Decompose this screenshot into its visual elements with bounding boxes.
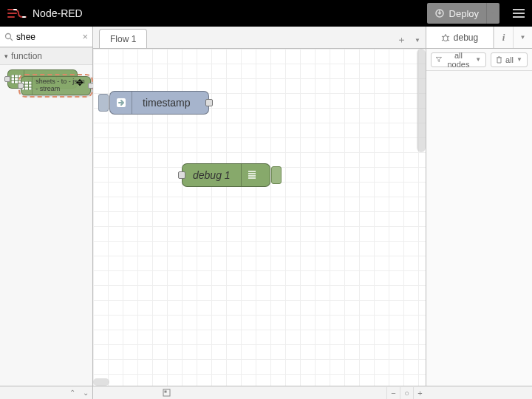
chevron-down-icon: ▾ xyxy=(4,52,8,60)
sidebar-tabs-menu-button[interactable]: ▼ xyxy=(513,27,532,48)
zoom-reset-button[interactable]: ○ xyxy=(400,387,413,399)
sidebar-tabs: debug i ▼ xyxy=(426,27,532,49)
hamburger-icon xyxy=(512,8,525,18)
debug-filter-button[interactable]: all nodes ▼ xyxy=(431,52,486,67)
workspace-footer: − ○ + xyxy=(93,386,426,399)
node-output-port[interactable] xyxy=(205,99,213,106)
navigator-icon xyxy=(163,389,171,397)
palette-category-header[interactable]: ▾ function xyxy=(0,47,92,65)
debug-toolbar: all nodes ▼ all ▼ xyxy=(426,49,532,71)
zoom-in-button[interactable]: + xyxy=(413,387,426,399)
clear-search-button[interactable]: × xyxy=(82,31,88,42)
app-brand-text: Node-RED xyxy=(33,7,83,19)
main-menu-button[interactable] xyxy=(505,0,532,27)
app-header: Node-RED Deploy ▼ xyxy=(0,0,532,27)
add-flow-button[interactable]: ＋ xyxy=(393,32,409,48)
deploy-caret-button[interactable]: ▼ xyxy=(486,3,499,24)
debug-icon xyxy=(241,164,263,186)
palette-collapse-up-button[interactable]: ⌃ xyxy=(66,387,79,399)
sidebar-tab-debug[interactable]: debug xyxy=(426,27,494,48)
trash-icon xyxy=(496,56,502,64)
node-input-port[interactable] xyxy=(178,171,185,179)
flow-tabs-menu-button[interactable]: ▼ xyxy=(409,32,426,48)
nodered-logo-icon xyxy=(7,7,27,20)
flow-tabs: Flow 1 ＋ ▼ xyxy=(93,27,426,49)
vertical-scrollbar[interactable] xyxy=(417,49,426,152)
flow-tab[interactable]: Flow 1 xyxy=(99,29,147,48)
bug-icon xyxy=(441,33,450,42)
sidebar-footer xyxy=(426,386,532,399)
palette-category-body: sheets - to sheets - to - json - stream … xyxy=(0,65,92,93)
zoom-out-button[interactable]: − xyxy=(386,387,400,399)
horizontal-scrollbar[interactable] xyxy=(93,378,109,386)
app-logo: Node-RED xyxy=(0,7,90,20)
drag-ghost-node[interactable]: sheets - to - json - stream xyxy=(21,76,91,95)
inject-node[interactable]: timestamp xyxy=(109,91,209,115)
workspace: Flow 1 ＋ ▼ timestamp debug 1 xyxy=(93,27,426,386)
node-palette: × ▾ function sheets - to sheets - to - xyxy=(0,27,93,386)
filter-icon xyxy=(436,56,442,63)
palette-search: × xyxy=(0,27,92,47)
inject-arrow-icon xyxy=(110,92,132,114)
palette-expand-down-button[interactable]: ⌄ xyxy=(79,387,92,399)
debug-clear-button[interactable]: all ▼ xyxy=(491,52,528,67)
debug-node[interactable]: debug 1 xyxy=(182,163,270,187)
palette-search-input[interactable] xyxy=(16,32,79,42)
deploy-group: Deploy ▼ xyxy=(427,3,499,24)
sidebar: debug i ▼ all nodes ▼ all ▼ xyxy=(426,27,532,386)
node-input-port xyxy=(4,76,10,82)
svg-rect-6 xyxy=(164,391,166,393)
svg-point-1 xyxy=(6,33,11,38)
svg-point-4 xyxy=(443,35,448,41)
inject-trigger-button[interactable] xyxy=(98,94,109,112)
deploy-button[interactable]: Deploy xyxy=(427,3,486,24)
deploy-icon xyxy=(434,8,445,18)
sidebar-info-button[interactable]: i xyxy=(494,27,513,48)
navigator-button[interactable] xyxy=(160,387,173,399)
debug-toggle-button[interactable] xyxy=(271,166,282,184)
search-icon xyxy=(4,33,13,41)
palette-footer: ⌃ ⌄ xyxy=(0,386,93,399)
flow-canvas[interactable]: timestamp debug 1 xyxy=(93,49,426,386)
